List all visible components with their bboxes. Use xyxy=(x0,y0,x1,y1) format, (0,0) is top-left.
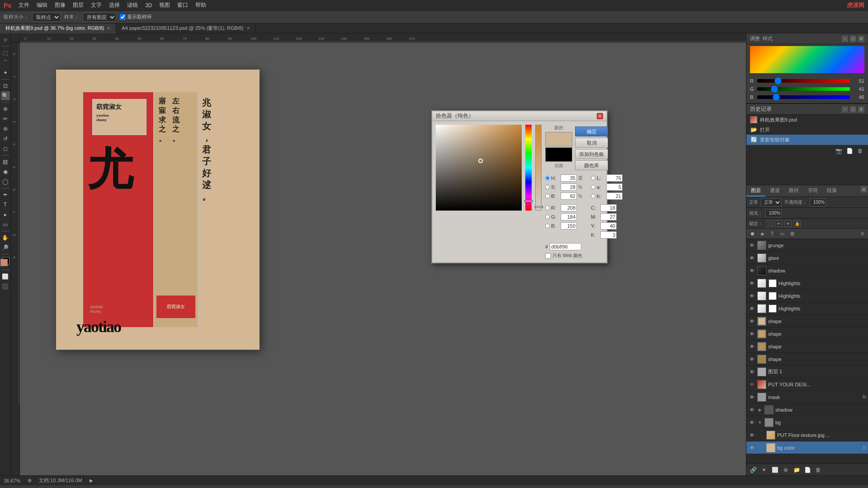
y-value[interactable] xyxy=(600,222,617,230)
tool-quick-mask[interactable]: ⬜ xyxy=(1,272,10,281)
g-slider[interactable] xyxy=(757,87,850,91)
layer-shadow-top-visibility[interactable]: 👁 xyxy=(748,267,755,274)
layer-glare[interactable]: 👁 glare xyxy=(746,252,868,264)
k-value[interactable] xyxy=(600,231,617,239)
tool-type[interactable]: T xyxy=(1,200,10,209)
menu-view[interactable]: 视图 xyxy=(159,1,170,9)
tool-dodge[interactable]: ◯ xyxy=(1,177,10,186)
tab-paragraph[interactable]: 段落 xyxy=(822,185,841,197)
layer-mask-visibility[interactable]: 👁 xyxy=(748,394,755,401)
layer-shadow-top[interactable]: 👁 shadow xyxy=(746,264,868,277)
h-radio[interactable] xyxy=(545,176,550,180)
tool-healing[interactable]: ⊕ xyxy=(1,104,10,113)
tool-hand[interactable]: ✋ xyxy=(1,233,10,242)
g-radio[interactable] xyxy=(545,215,550,219)
layer-highlights-3[interactable]: 👁 Highlights xyxy=(746,302,868,315)
r-value[interactable] xyxy=(561,204,577,211)
layer-shape-2-visibility[interactable]: 👁 xyxy=(748,330,755,338)
m-value[interactable] xyxy=(600,213,617,221)
layer-put-design-visibility[interactable]: 👁 xyxy=(748,381,755,388)
lock-transparent-btn[interactable]: ⬚ xyxy=(766,220,774,227)
layer-floor-texture[interactable]: 👁 PUT Floor-texture.jpg ... xyxy=(746,429,868,441)
lock-position-btn[interactable]: ✛ xyxy=(784,220,792,227)
layer-grunge[interactable]: 👁 grunge xyxy=(746,239,868,252)
tab-character[interactable]: 字符 xyxy=(803,185,822,197)
history-snapshot-btn[interactable]: 📷 xyxy=(835,147,843,155)
layer-layer1[interactable]: 👁 图层 1 xyxy=(746,366,868,378)
b3-value[interactable] xyxy=(561,222,577,230)
layer-bg-color[interactable]: 👁 bg color fx xyxy=(746,441,868,454)
filter-layers-btn[interactable]: ⏺ xyxy=(748,230,756,238)
b-value[interactable] xyxy=(561,192,577,200)
history-new-doc-btn[interactable]: 📄 xyxy=(845,147,854,155)
layer-layer1-visibility[interactable]: 👁 xyxy=(748,368,755,375)
layer-glare-visibility[interactable]: 👁 xyxy=(748,254,755,262)
spectrum-bar[interactable] xyxy=(525,125,532,211)
b3-radio[interactable] xyxy=(545,224,550,228)
history-item-2[interactable]: 📂 打开 xyxy=(746,125,868,135)
tool-lasso[interactable]: ⌒ xyxy=(1,58,10,67)
layer-link-btn[interactable]: 🔗 xyxy=(749,466,757,474)
style-tab[interactable]: 样式 xyxy=(763,35,773,42)
filter-adj-btn[interactable]: ◈ xyxy=(758,230,766,238)
tab-2[interactable]: A4 paper3223210951123.psd @ 25% (窗帘(1), … xyxy=(116,23,255,33)
menu-help[interactable]: 帮助 xyxy=(195,1,206,9)
sample-select[interactable]: 所有图层 xyxy=(83,13,116,22)
r-slider[interactable] xyxy=(757,79,850,83)
history-item-1[interactable]: 样机效果图9.psd xyxy=(746,115,868,125)
menu-file[interactable]: 文件 xyxy=(19,1,29,9)
tool-shape[interactable]: ▭ xyxy=(1,220,10,229)
b-radio[interactable] xyxy=(545,194,550,198)
filter-shape-btn[interactable]: ▭ xyxy=(778,230,786,238)
s-value[interactable] xyxy=(561,183,577,191)
hex-input[interactable] xyxy=(550,243,581,250)
menu-layer[interactable]: 图层 xyxy=(73,1,84,9)
adjustment-tab[interactable]: 调整 xyxy=(750,35,760,42)
layer-shape-3[interactable]: 👁 shape xyxy=(746,340,868,353)
new-color-swatch[interactable] xyxy=(545,132,572,146)
color-libraries-button[interactable]: 颜色库 xyxy=(575,160,608,170)
layer-bg-group-expand[interactable]: ▼ xyxy=(757,420,763,425)
menu-3d[interactable]: 3D xyxy=(145,2,152,9)
opacity-input[interactable] xyxy=(810,198,826,206)
tab-layers[interactable]: 图层 xyxy=(746,185,765,197)
tool-history-brush[interactable]: ↺ xyxy=(1,134,10,143)
tool-path-select[interactable]: ▸ xyxy=(1,210,10,219)
tab-paths[interactable]: 路径 xyxy=(784,185,803,197)
layer-delete-btn[interactable]: 🗑 xyxy=(814,466,822,474)
layer-group-btn[interactable]: 📁 xyxy=(793,466,801,474)
foreground-color[interactable] xyxy=(0,259,8,266)
menu-filter[interactable]: 滤镜 xyxy=(127,1,138,9)
tool-gradient[interactable]: ▨ xyxy=(1,157,10,166)
history-panel-expand[interactable]: □ xyxy=(850,106,856,113)
layer-new-btn[interactable]: 📄 xyxy=(803,466,811,474)
l-radio[interactable] xyxy=(591,176,595,180)
s-radio[interactable] xyxy=(545,185,550,189)
layer-shape-4[interactable]: 👁 shape xyxy=(746,353,868,366)
gradient-picker[interactable] xyxy=(436,125,522,211)
tool-screen-mode[interactable]: ⬛ xyxy=(1,282,10,291)
tab-2-close[interactable]: ✕ xyxy=(246,26,250,31)
layer-mask-btn[interactable]: ⬜ xyxy=(771,466,779,474)
cancel-button[interactable]: 取消 xyxy=(575,138,608,148)
tool-magic-wand[interactable]: ✦ xyxy=(1,68,10,77)
layers-filter-toggle[interactable]: ⏸ xyxy=(858,230,866,238)
layer-highlights-2[interactable]: 👁 Highlights xyxy=(746,290,868,302)
show-ring-checkbox[interactable] xyxy=(120,14,126,20)
layer-bg-color-visibility[interactable]: 👁 xyxy=(748,444,755,451)
dialog-title-bar[interactable]: 拾色器（纯色） ✕ xyxy=(432,111,607,121)
h-value[interactable] xyxy=(561,174,577,182)
layer-shape-1-visibility[interactable]: 👁 xyxy=(748,318,755,325)
layer-style-btn[interactable]: ✦ xyxy=(760,466,768,474)
layer-bg-group[interactable]: 👁 ▼ bg xyxy=(746,416,868,429)
menu-window[interactable]: 窗口 xyxy=(177,1,188,9)
a-radio[interactable] xyxy=(591,185,595,189)
tool-crop[interactable]: ⊡ xyxy=(1,81,10,90)
color-panel-menu[interactable]: ≡ xyxy=(858,36,864,42)
layer-shadow-group-expand[interactable]: ▶ xyxy=(757,407,763,413)
layer-adjustment-btn[interactable]: ⊕ xyxy=(782,466,790,474)
tool-pen[interactable]: ✒ xyxy=(1,190,10,199)
filter-smart-btn[interactable]: ⊞ xyxy=(788,230,796,238)
layer-floor-texture-visibility[interactable]: 👁 xyxy=(748,432,755,439)
fg-bg-colors[interactable] xyxy=(0,257,10,267)
